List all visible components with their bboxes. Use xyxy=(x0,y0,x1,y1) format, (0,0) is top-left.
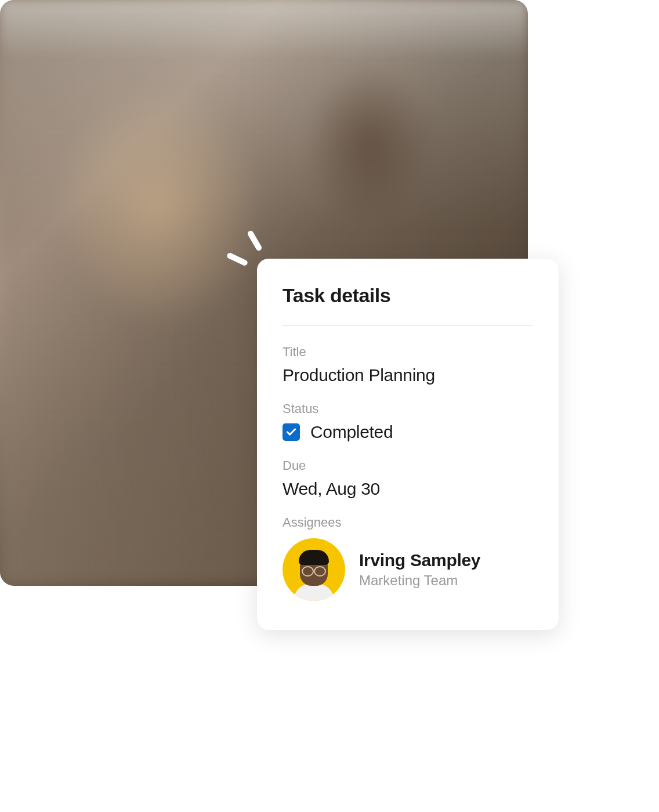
title-label: Title xyxy=(283,345,533,360)
title-value: Production Planning xyxy=(283,365,533,385)
assignee-team: Marketing Team xyxy=(359,572,480,589)
status-label: Status xyxy=(283,401,533,416)
assignees-label: Assignees xyxy=(283,515,533,530)
assignees-field: Assignees Irving Sampley Marketing Team xyxy=(283,515,533,601)
card-heading: Task details xyxy=(283,284,533,326)
task-details-card: Task details Title Production Planning S… xyxy=(257,259,559,630)
due-value: Wed, Aug 30 xyxy=(283,479,533,499)
assignee-name: Irving Sampley xyxy=(359,550,480,570)
status-value: Completed xyxy=(310,422,393,442)
check-icon xyxy=(285,426,297,438)
status-field: Status Completed xyxy=(283,401,533,442)
assignee-avatar xyxy=(283,538,345,601)
due-field: Due Wed, Aug 30 xyxy=(283,458,533,499)
due-label: Due xyxy=(283,458,533,473)
status-checkbox[interactable] xyxy=(283,423,300,441)
title-field: Title Production Planning xyxy=(283,345,533,385)
assignee-row[interactable]: Irving Sampley Marketing Team xyxy=(283,538,533,601)
